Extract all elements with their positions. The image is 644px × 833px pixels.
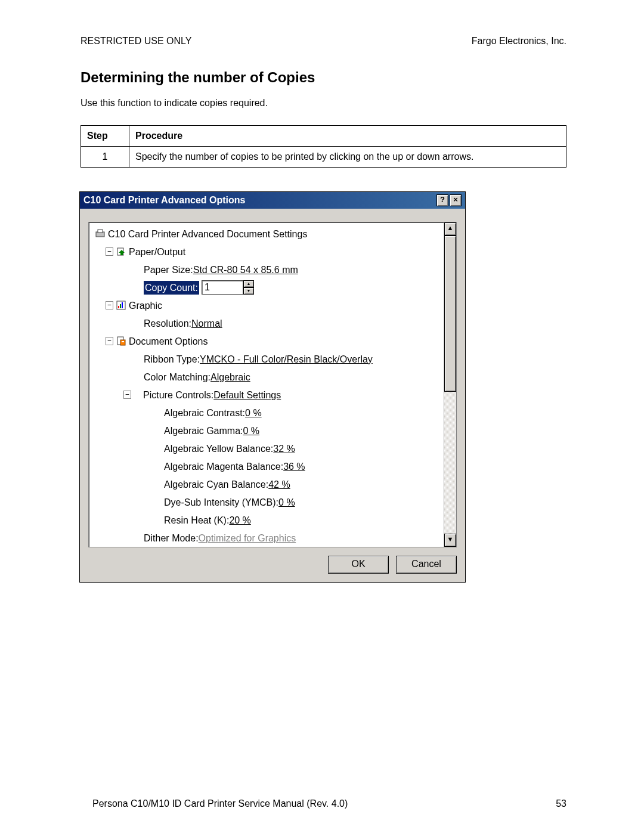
footer-left: Persona C10/M10 ID Card Printer Service … (92, 798, 348, 809)
ribbon-label[interactable]: Ribbon Type: (144, 352, 200, 366)
resolution-value[interactable]: Normal (191, 317, 222, 330)
paper-size-label[interactable]: Paper Size: (144, 263, 193, 277)
scrollbar[interactable]: ▲ ▼ (444, 222, 456, 547)
magenta-value[interactable]: 36 % (283, 460, 305, 473)
printer-icon (95, 228, 106, 239)
svg-rect-1 (98, 230, 103, 233)
dialog-title: C10 Card Printer Advanced Options (83, 195, 245, 206)
cancel-button[interactable]: Cancel (396, 556, 457, 574)
color-match-value[interactable]: Algebraic (210, 370, 250, 384)
intro-text: Use this function to indicate copies req… (80, 98, 566, 109)
titlebar[interactable]: C10 Card Printer Advanced Options ? × (80, 192, 465, 209)
header-left: RESTRICTED USE ONLY (80, 36, 191, 47)
ok-button[interactable]: OK (328, 556, 389, 574)
dither-label[interactable]: Dither Mode: (144, 531, 199, 545)
cyan-label[interactable]: Algebraic Cyan Balance: (164, 478, 268, 491)
dyesub-label[interactable]: Dye-Sub Intensity (YMCB): (164, 496, 278, 509)
step-text: Specify the number of copies to be print… (129, 147, 566, 168)
close-button[interactable]: × (450, 194, 462, 206)
scroll-down-button[interactable]: ▼ (444, 534, 456, 547)
svg-rect-8 (120, 340, 125, 345)
procedure-table: Step Procedure 1 Specify the number of c… (80, 125, 566, 168)
yellow-value[interactable]: 32 % (273, 442, 295, 456)
scroll-thumb[interactable] (444, 236, 456, 392)
svg-rect-6 (122, 302, 123, 308)
tree-doc-options[interactable]: Document Options (129, 335, 208, 348)
col-step: Step (81, 126, 129, 147)
resin-label[interactable]: Resin Heat (K): (164, 513, 229, 527)
help-button[interactable]: ? (436, 194, 448, 206)
cyan-value[interactable]: 42 % (268, 478, 290, 491)
header-right: Fargo Electronics, Inc. (472, 36, 566, 47)
dither-value: Optimized for Graphics (199, 531, 296, 545)
collapse-icon[interactable]: − (106, 247, 113, 256)
gamma-label[interactable]: Algebraic Gamma: (164, 424, 243, 438)
gamma-value[interactable]: 0 % (243, 424, 260, 438)
col-procedure: Procedure (129, 126, 566, 147)
svg-rect-9 (122, 341, 124, 342)
footer-page-number: 53 (556, 798, 566, 809)
step-number: 1 (81, 147, 129, 168)
resolution-label[interactable]: Resolution: (144, 317, 191, 330)
yellow-label[interactable]: Algebraic Yellow Balance: (164, 442, 273, 456)
spinner-down[interactable]: ▼ (243, 287, 254, 295)
tree-graphic[interactable]: Graphic (129, 299, 162, 312)
copy-count-label[interactable]: Copy Count: (144, 281, 199, 295)
resin-value[interactable]: 20 % (229, 513, 250, 527)
svg-rect-5 (120, 304, 121, 308)
section-title: Determining the number of Copies (80, 69, 566, 86)
graphic-icon (116, 300, 126, 311)
scroll-up-button[interactable]: ▲ (444, 222, 456, 236)
contrast-label[interactable]: Algebraic Contrast: (164, 406, 245, 420)
dyesub-value[interactable]: 0 % (278, 496, 295, 509)
copy-count-input[interactable]: 1 (202, 280, 243, 295)
contrast-value[interactable]: 0 % (245, 406, 262, 420)
tree-root[interactable]: C10 Card Printer Advanced Document Setti… (108, 227, 307, 241)
collapse-icon[interactable]: − (106, 337, 113, 345)
collapse-icon[interactable]: − (106, 301, 113, 309)
table-row: 1 Specify the number of copies to be pri… (81, 147, 566, 168)
doc-options-icon (116, 336, 126, 346)
magenta-label[interactable]: Algebraic Magenta Balance: (164, 460, 283, 473)
spinner-up[interactable]: ▲ (243, 280, 254, 287)
advanced-options-dialog: C10 Card Printer Advanced Options ? × C1… (79, 191, 466, 583)
tree-paper-output[interactable]: Paper/Output (129, 245, 185, 259)
svg-rect-4 (118, 306, 119, 308)
picture-controls-value[interactable]: Default Settings (213, 388, 281, 402)
tree-view[interactable]: C10 Card Printer Advanced Document Setti… (88, 222, 457, 547)
paper-size-value[interactable]: Std CR-80 54 x 85.6 mm (193, 263, 298, 277)
picture-controls-label[interactable]: Picture Controls: (143, 388, 213, 402)
collapse-icon[interactable]: − (123, 391, 131, 399)
ribbon-value[interactable]: YMCKO - Full Color/Resin Black/Overlay (200, 352, 373, 366)
paper-output-icon (116, 246, 126, 257)
color-match-label[interactable]: Color Matching: (144, 370, 210, 384)
